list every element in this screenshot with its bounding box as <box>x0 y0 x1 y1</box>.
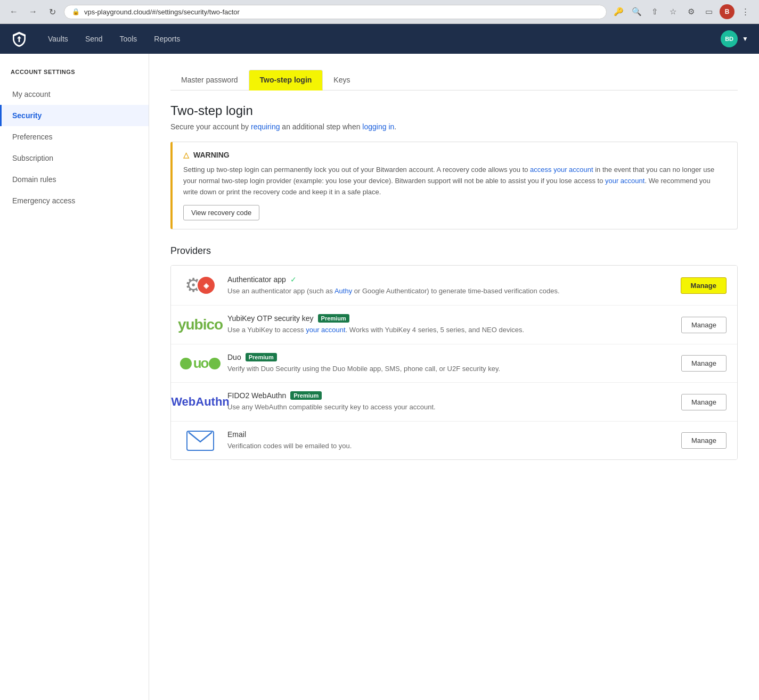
nav-reports[interactable]: Reports <box>146 30 187 47</box>
provider-row-webauthn: WebAuthn FIDO2 WebAuthn Premium Use any … <box>171 383 737 422</box>
your-account-link[interactable]: your account <box>605 177 644 185</box>
tab-keys[interactable]: Keys <box>323 70 361 90</box>
split-view-icon[interactable]: ▭ <box>701 4 716 19</box>
nav-user[interactable]: BD ▼ <box>721 30 748 47</box>
yubikey-desc: Use a YubiKey to access your account. Wo… <box>227 325 673 335</box>
tab-two-step-login[interactable]: Two-step login <box>249 70 323 90</box>
nav-vaults[interactable]: Vaults <box>40 30 76 47</box>
url-text: vps-playground.cloud/#/settings/security… <box>84 8 240 16</box>
lock-icon: 🔒 <box>72 8 80 15</box>
webauthn-desc: Use any WebAuthn compatible security key… <box>227 402 673 413</box>
user-avatar: BD <box>721 30 738 47</box>
user-menu-chevron[interactable]: ▼ <box>742 35 748 43</box>
sidebar-title: ACCOUNT SETTINGS <box>0 64 149 84</box>
profile-button[interactable]: B <box>720 4 734 19</box>
page-title: Two-step login <box>170 103 738 118</box>
provider-row-authenticator: ⚙ ◈ Authenticator app ✓ Use an authentic… <box>171 266 737 306</box>
sidebar-item-domain-rules[interactable]: Domain rules <box>0 169 149 190</box>
providers-title: Providers <box>170 245 738 257</box>
reload-button[interactable]: ↻ <box>45 4 60 19</box>
duo-premium-badge: Premium <box>246 353 277 361</box>
email-envelope <box>186 431 214 451</box>
main-content: Master password Two-step login Keys Two-… <box>149 54 759 700</box>
webauthn-logo: WebAuthn <box>171 395 230 409</box>
duo-logo: uo <box>180 355 221 372</box>
nav-logo[interactable] <box>11 30 28 47</box>
duo-name: Duo Premium <box>227 353 673 361</box>
sidebar: ACCOUNT SETTINGS My account Security Pre… <box>0 54 149 700</box>
address-bar[interactable]: 🔒 vps-playground.cloud/#/settings/securi… <box>64 5 607 19</box>
access-account-link[interactable]: access your account <box>530 166 593 174</box>
warning-title: △ WARNING <box>183 151 727 159</box>
authenticator-info: Authenticator app ✓ Use an authenticator… <box>227 275 672 297</box>
top-nav: Vaults Send Tools Reports BD ▼ <box>0 24 759 54</box>
requiring-link[interactable]: requiring <box>251 122 280 131</box>
email-icon <box>182 431 219 451</box>
warning-text: Setting up two-step login can permanentl… <box>183 164 727 197</box>
extensions-icon[interactable]: ⚙ <box>683 4 698 19</box>
page-subtitle: Secure your account by requiring an addi… <box>170 122 738 131</box>
authenticator-desc: Use an authenticator app (such as Authy … <box>227 286 672 297</box>
sidebar-item-my-account[interactable]: My account <box>0 84 149 105</box>
providers-list: ⚙ ◈ Authenticator app ✓ Use an authentic… <box>170 265 738 460</box>
tabs: Master password Two-step login Keys <box>170 70 738 90</box>
email-desc: Verification codes will be emailed to yo… <box>227 441 673 451</box>
warning-box: △ WARNING Setting up two-step login can … <box>170 142 738 229</box>
browser-chrome: ← → ↻ 🔒 vps-playground.cloud/#/settings/… <box>0 0 759 24</box>
key-icon[interactable]: 🔑 <box>611 4 626 19</box>
webauthn-premium-badge: Premium <box>290 391 322 400</box>
yubikey-info: YubiKey OTP security key Premium Use a Y… <box>227 314 673 335</box>
main-layout: ACCOUNT SETTINGS My account Security Pre… <box>0 54 759 700</box>
duo-desc: Verify with Duo Security using the Duo M… <box>227 364 673 374</box>
email-name: Email <box>227 430 673 439</box>
provider-row-email: Email Verification codes will be emailed… <box>171 422 737 460</box>
webauthn-manage-button[interactable]: Manage <box>681 394 727 410</box>
provider-row-duo: uo Duo Premium Verify with Duo Security … <box>171 344 737 383</box>
provider-row-yubikey: yubico YubiKey OTP security key Premium … <box>171 306 737 344</box>
duo-text: uo <box>193 355 208 372</box>
webauthn-info: FIDO2 WebAuthn Premium Use any WebAuthn … <box>227 391 673 413</box>
email-info: Email Verification codes will be emailed… <box>227 430 673 451</box>
bookmark-icon[interactable]: ☆ <box>665 4 680 19</box>
authenticator-name: Authenticator app ✓ <box>227 275 672 284</box>
duo-icon: uo <box>182 355 219 372</box>
sidebar-item-emergency-access[interactable]: Emergency access <box>0 190 149 211</box>
yubico-logo: yubico <box>178 316 223 333</box>
browser-actions: 🔑 🔍 ⇧ ☆ ⚙ ▭ B ⋮ <box>611 4 753 19</box>
webauthn-icon: WebAuthn <box>182 395 219 409</box>
view-recovery-code-button[interactable]: View recovery code <box>183 205 259 220</box>
authy-link[interactable]: Authy <box>334 287 352 295</box>
webauthn-name: FIDO2 WebAuthn Premium <box>227 391 673 400</box>
warning-icon: △ <box>183 151 189 159</box>
logging-in-link[interactable]: logging in <box>362 122 394 131</box>
premium-badge: Premium <box>318 314 349 323</box>
duo-manage-button[interactable]: Manage <box>681 355 727 372</box>
share-icon[interactable]: ⇧ <box>647 4 662 19</box>
search-icon[interactable]: 🔍 <box>629 4 644 19</box>
sidebar-item-preferences[interactable]: Preferences <box>0 126 149 147</box>
yubikey-manage-button[interactable]: Manage <box>681 317 727 333</box>
nav-send[interactable]: Send <box>78 30 110 47</box>
duo-dot-right <box>209 358 221 369</box>
nav-links: Vaults Send Tools Reports <box>40 30 721 47</box>
sidebar-item-subscription[interactable]: Subscription <box>0 147 149 169</box>
authenticator-icon: ⚙ ◈ <box>182 274 219 297</box>
yubico-icon: yubico <box>182 316 219 333</box>
duo-info: Duo Premium Verify with Duo Security usi… <box>227 353 673 374</box>
tab-master-password[interactable]: Master password <box>170 70 249 90</box>
authenticator-manage-button[interactable]: Manage <box>681 277 727 294</box>
yubikey-name: YubiKey OTP security key Premium <box>227 314 673 323</box>
back-button[interactable]: ← <box>6 4 21 19</box>
forward-button[interactable]: → <box>26 4 40 19</box>
sidebar-item-security[interactable]: Security <box>0 105 149 126</box>
auth-badge: ◈ <box>197 276 216 295</box>
checkmark-icon: ✓ <box>290 275 297 284</box>
your-account-yubikey-link[interactable]: your account <box>306 326 345 334</box>
menu-icon[interactable]: ⋮ <box>738 4 753 19</box>
email-manage-button[interactable]: Manage <box>681 432 727 449</box>
duo-dot-left <box>180 358 192 369</box>
nav-tools[interactable]: Tools <box>112 30 145 47</box>
